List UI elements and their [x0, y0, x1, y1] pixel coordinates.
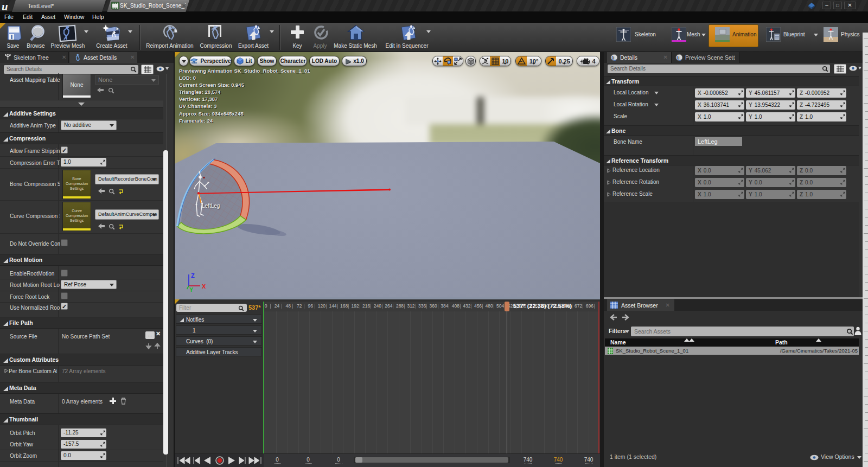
svg-text:Z: Z — [191, 272, 195, 279]
svg-text:i: i — [613, 55, 614, 60]
svg-text:X: X — [202, 283, 206, 290]
svg-text:i: i — [678, 55, 679, 60]
svg-text:Y: Y — [189, 286, 194, 293]
